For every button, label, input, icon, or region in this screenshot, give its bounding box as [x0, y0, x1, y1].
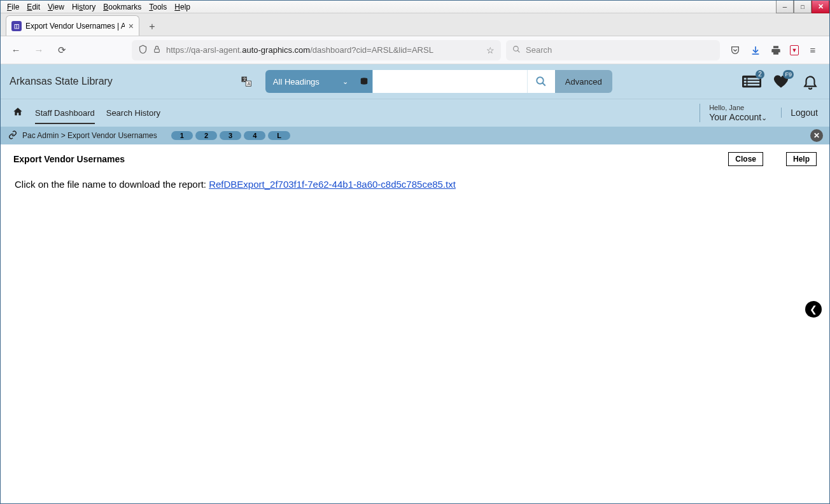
browser-tab[interactable]: ◫ Export Vendor Usernames | ARSL ×: [6, 15, 139, 36]
browser-search-field[interactable]: Search: [506, 40, 720, 60]
heart-badge: F9: [783, 70, 794, 79]
pill-1[interactable]: 1: [171, 131, 193, 140]
language-icon[interactable]: 文A: [240, 75, 253, 88]
nav-staff-dashboard[interactable]: Staff Dashboard: [35, 108, 95, 124]
svg-rect-16: [747, 84, 759, 86]
download-file-link[interactable]: RefDBExport_2f703f1f-7e62-44b1-8a60-c8d5…: [209, 179, 456, 190]
svg-rect-0: [155, 48, 160, 52]
home-icon[interactable]: [12, 107, 24, 120]
svg-point-8: [537, 77, 544, 84]
catalog-search-input[interactable]: [373, 70, 527, 93]
pill-3[interactable]: 3: [220, 131, 241, 140]
reload-button[interactable]: ⟳: [53, 41, 71, 59]
bell-icon[interactable]: [800, 73, 820, 90]
account-block[interactable]: Hello, Jane Your Account⌄: [700, 104, 767, 123]
menu-tools[interactable]: Tools: [145, 1, 171, 13]
minimize-button[interactable]: ─: [776, 1, 794, 13]
search-filter-dropdown[interactable]: All Headings ⌄: [265, 70, 356, 93]
your-account-dropdown[interactable]: Your Account⌄: [709, 112, 767, 123]
svg-line-2: [517, 50, 519, 52]
chevron-down-icon: ⌄: [761, 114, 767, 122]
close-button[interactable]: Close: [728, 152, 763, 166]
pocket-icon[interactable]: [729, 44, 742, 57]
close-window-button[interactable]: ✕: [812, 1, 829, 13]
menu-view[interactable]: View: [44, 1, 68, 13]
brand-title: Arkansas State Library: [10, 76, 113, 87]
chevron-down-icon: ⌄: [342, 78, 348, 86]
close-tab-icon[interactable]: ×: [129, 21, 134, 31]
breadcrumb-close-icon[interactable]: ✕: [810, 129, 823, 142]
bookmark-star-icon[interactable]: ☆: [486, 45, 495, 55]
svg-text:文: 文: [243, 77, 247, 81]
logout-link[interactable]: Logout: [781, 108, 818, 118]
menu-file[interactable]: File: [3, 1, 23, 13]
menu-help[interactable]: Help: [171, 1, 194, 13]
list-icon[interactable]: 2: [742, 73, 762, 90]
shield-icon: [138, 45, 148, 56]
svg-rect-13: [744, 81, 747, 83]
new-tab-button[interactable]: +: [143, 18, 161, 36]
link-icon: [8, 130, 17, 141]
heart-icon[interactable]: F9: [771, 73, 791, 90]
tab-title: Export Vendor Usernames | ARSL: [25, 22, 125, 31]
breadcrumb-pills: 1 2 3 4 L: [171, 131, 290, 140]
nav-row: Staff Dashboard Search History Hello, Ja…: [1, 99, 829, 127]
breadcrumb-text[interactable]: Pac Admin > Export Vendor Usernames: [22, 131, 157, 140]
page-title: Export Vendor Usernames: [13, 154, 125, 164]
url-text: https://qa-arsl-agent.auto-graphics.com/…: [166, 45, 481, 55]
menu-bookmarks[interactable]: Bookmarks: [99, 1, 145, 13]
toolbar-icons: ▼ ≡: [725, 44, 823, 57]
search-icon: [512, 45, 521, 55]
window-controls: ─ □ ✕: [776, 1, 829, 13]
search-placeholder: Search: [526, 45, 552, 55]
svg-line-9: [543, 83, 546, 86]
download-prompt: Click on the file name to download the r…: [15, 179, 209, 190]
list-badge: 2: [756, 70, 764, 79]
nav-search-history[interactable]: Search History: [106, 108, 160, 118]
svg-rect-14: [747, 81, 759, 83]
filter-label: All Headings: [273, 77, 320, 87]
svg-rect-15: [744, 84, 747, 86]
pill-2[interactable]: 2: [195, 131, 217, 140]
account-area: Hello, Jane Your Account⌄ Logout: [700, 104, 818, 123]
catalog-search-group: All Headings ⌄ Advanced: [265, 70, 612, 93]
header-right-icons: 2 F9: [742, 73, 820, 90]
breadcrumb-bar: Pac Admin > Export Vendor Usernames 1 2 …: [1, 127, 829, 144]
svg-point-1: [514, 46, 519, 51]
svg-text:A: A: [248, 81, 251, 86]
favicon-icon: ◫: [11, 21, 22, 31]
hamburger-menu-icon[interactable]: ≡: [806, 44, 819, 57]
content-header: Export Vendor Usernames Close Help: [1, 144, 829, 174]
database-icon[interactable]: [356, 70, 372, 93]
expand-panel-chevron-icon[interactable]: ❮: [805, 301, 822, 318]
url-toolbar: ← → ⟳ https://qa-arsl-agent.auto-graphic…: [1, 36, 829, 64]
maximize-button[interactable]: □: [794, 1, 812, 13]
security-icon[interactable]: ▼: [790, 45, 799, 55]
pill-4[interactable]: 4: [244, 131, 265, 140]
back-button[interactable]: ←: [7, 41, 25, 59]
catalog-search-button[interactable]: [527, 70, 555, 93]
menu-history[interactable]: History: [68, 1, 99, 13]
menu-edit[interactable]: Edit: [23, 1, 44, 13]
advanced-search-button[interactable]: Advanced: [555, 70, 612, 93]
download-icon[interactable]: [749, 44, 762, 57]
help-button[interactable]: Help: [786, 152, 817, 166]
hello-text: Hello, Jane: [709, 104, 767, 112]
svg-rect-11: [744, 78, 747, 80]
address-bar[interactable]: https://qa-arsl-agent.auto-graphics.com/…: [132, 40, 501, 60]
browser-menu-bar: File Edit View History Bookmarks Tools H…: [1, 1, 829, 13]
tab-strip: ◫ Export Vendor Usernames | ARSL × +: [1, 13, 829, 36]
print-icon[interactable]: [770, 44, 782, 57]
pill-l[interactable]: L: [268, 131, 290, 140]
app-header: Arkansas State Library 文A All Headings ⌄…: [1, 64, 829, 99]
lock-icon: [153, 45, 161, 55]
content-body: Click on the file name to download the r…: [1, 174, 829, 195]
forward-button[interactable]: →: [30, 41, 48, 59]
